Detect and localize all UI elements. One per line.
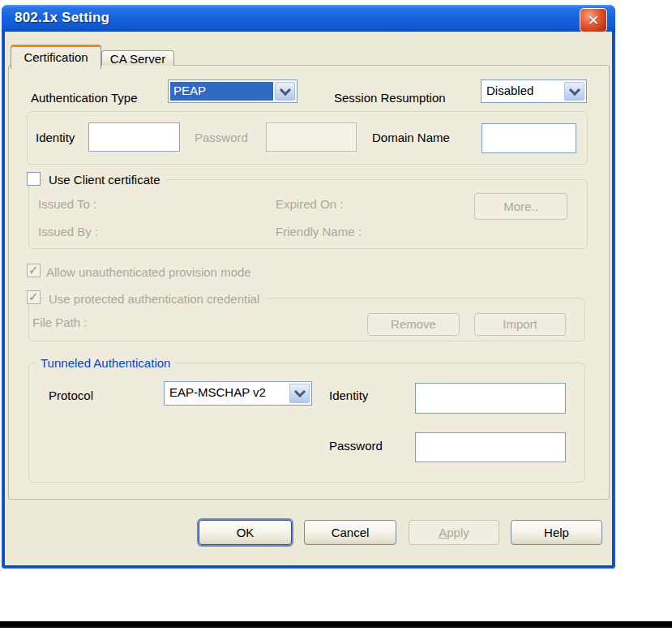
authentication-type-label: Authentication Type bbox=[31, 91, 137, 105]
protocol-label: Protocol bbox=[49, 388, 93, 402]
tunneled-password-label: Password bbox=[329, 439, 383, 453]
session-resumption-label: Session Resumption bbox=[334, 91, 446, 105]
ok-button[interactable]: OK bbox=[199, 520, 292, 545]
file-path-label: File Path : bbox=[32, 316, 88, 329]
friendly-name-label: Friendly Name : bbox=[276, 225, 362, 238]
dialog-title: 802.1x Setting bbox=[15, 10, 109, 26]
identity-label: Identity bbox=[36, 131, 75, 144]
chevron-down-icon[interactable] bbox=[289, 384, 310, 403]
authentication-type-value: PEAP bbox=[170, 82, 273, 101]
tunneled-identity-label: Identity bbox=[329, 388, 368, 402]
remove-button: Remove bbox=[367, 313, 460, 336]
page-divider-rule bbox=[0, 621, 672, 628]
session-resumption-value: Disabled bbox=[483, 82, 563, 101]
identity-input[interactable] bbox=[88, 122, 180, 152]
help-button[interactable]: Help bbox=[511, 520, 602, 545]
protocol-select[interactable]: EAP-MSCHAP v2 bbox=[164, 381, 312, 406]
screen: 802.1x Setting ✕ CA Server Certification… bbox=[0, 0, 672, 631]
allow-unauthenticated-provision-checkbox: ✓ bbox=[27, 264, 41, 277]
password-label: Password bbox=[195, 131, 248, 144]
more-button: More.. bbox=[474, 193, 567, 220]
expired-on-label: Expired On : bbox=[276, 197, 343, 211]
cancel-button[interactable]: Cancel bbox=[304, 520, 396, 545]
tunneled-authentication-title: Tunneled Authentication bbox=[36, 356, 176, 370]
authentication-type-select[interactable]: PEAP bbox=[168, 79, 297, 103]
use-protected-credential-label: Use protected authentication credential bbox=[44, 292, 265, 306]
close-button[interactable]: ✕ bbox=[580, 8, 607, 32]
allow-unauthenticated-provision-label: Allow unauthenticated provision mode bbox=[46, 265, 251, 279]
tab-ca-server[interactable]: CA Server bbox=[101, 50, 174, 66]
domain-name-input[interactable] bbox=[482, 123, 576, 153]
check-icon: ✓ bbox=[28, 264, 40, 276]
title-bar: 802.1x Setting bbox=[2, 5, 615, 32]
chevron-down-icon[interactable] bbox=[275, 82, 295, 101]
check-icon: ✓ bbox=[28, 291, 40, 303]
domain-name-label: Domain Name bbox=[372, 131, 450, 144]
use-protected-credential-checkbox: ✓ bbox=[27, 290, 41, 304]
tab-certification[interactable]: Certification bbox=[11, 45, 101, 69]
import-button: Import bbox=[474, 313, 566, 336]
issued-to-label: Issued To : bbox=[38, 197, 96, 211]
password-input bbox=[266, 122, 357, 152]
close-icon: ✕ bbox=[588, 14, 599, 28]
protocol-value: EAP-MSCHAP v2 bbox=[166, 384, 288, 403]
tunneled-password-input[interactable] bbox=[415, 432, 566, 462]
use-client-certificate-label: Use Client certificate bbox=[44, 173, 166, 187]
apply-button: Apply bbox=[409, 520, 499, 545]
chevron-down-icon[interactable] bbox=[564, 82, 584, 101]
tunneled-identity-input[interactable] bbox=[415, 383, 566, 414]
session-resumption-select[interactable]: Disabled bbox=[481, 79, 587, 103]
use-client-certificate-checkbox[interactable] bbox=[27, 172, 41, 186]
issued-by-label: Issued By : bbox=[38, 225, 98, 238]
